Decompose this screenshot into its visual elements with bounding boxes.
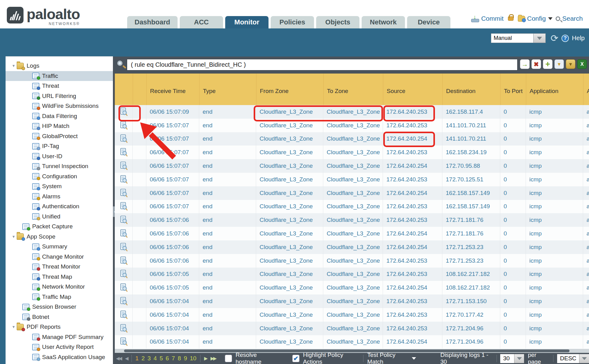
- cell-type[interactable]: end: [199, 268, 256, 281]
- cell-source[interactable]: 172.64.240.254: [383, 281, 442, 294]
- page-number[interactable]: 2: [141, 355, 145, 362]
- cell-to-port[interactable]: 0: [500, 146, 526, 159]
- cell-application[interactable]: icmp: [526, 159, 583, 173]
- cell-from-zone[interactable]: Cloudflare_L3_Zone: [256, 308, 323, 322]
- cell-destination[interactable]: 172.71.253.23: [442, 254, 500, 268]
- cell-to-port[interactable]: 0: [500, 159, 526, 173]
- cell-application[interactable]: icmp: [526, 186, 583, 200]
- cell-to-zone[interactable]: Cloudflare_L3_Zone: [323, 294, 383, 308]
- column-header[interactable]: Application: [526, 74, 583, 105]
- cell-destination[interactable]: 162.158.157.149: [442, 186, 500, 200]
- cell-from-zone[interactable]: Cloudflare_L3_Zone: [256, 159, 323, 173]
- cell-from-zone[interactable]: Cloudflare_L3_Zone: [256, 200, 323, 214]
- cell-destination[interactable]: 172.70.125.51: [442, 173, 500, 186]
- sidebar-item[interactable]: ▼ Alarms: [6, 192, 113, 202]
- sidebar-item[interactable]: ▼ Traffic: [6, 71, 113, 81]
- cell-action[interactable]: a: [583, 119, 589, 132]
- lock-icon[interactable]: [508, 16, 514, 21]
- cell-application[interactable]: icmp: [526, 105, 583, 119]
- cell-receive-time[interactable]: 06/06 15:07:04: [146, 308, 199, 322]
- sidebar-item[interactable]: ▼ Authentication: [6, 201, 113, 212]
- column-header[interactable]: Destination: [442, 74, 500, 105]
- cell-source[interactable]: 172.64.240.253: [383, 146, 442, 159]
- sidebar-item[interactable]: ▼ Threat Map: [6, 272, 113, 282]
- cell-destination[interactable]: 162.158.117.4: [442, 105, 500, 119]
- column-header[interactable]: To Port: [500, 74, 526, 105]
- page-number[interactable]: 4: [153, 355, 157, 362]
- cell-receive-time[interactable]: 06/06 15:07:09: [146, 105, 199, 119]
- cell-from-zone[interactable]: Cloudflare_L3_Zone: [256, 268, 323, 281]
- last-page-button[interactable]: ▶▶: [210, 356, 216, 361]
- cell-source[interactable]: 172.64.240.253: [383, 308, 442, 322]
- cell-to-port[interactable]: 0: [500, 186, 526, 200]
- config-dropdown[interactable]: Config: [518, 15, 553, 22]
- cell-application[interactable]: icmp: [526, 308, 583, 322]
- cell-to-zone[interactable]: Cloudflare_L3_Zone: [323, 213, 383, 227]
- cell-from-zone[interactable]: Cloudflare_L3_Zone: [256, 105, 323, 119]
- refresh-icon[interactable]: ⟳: [551, 34, 558, 43]
- cell-receive-time[interactable]: 06/06 15:07:06: [146, 227, 199, 240]
- sidebar-item[interactable]: ▼ Botnet: [6, 312, 113, 322]
- cell-to-zone[interactable]: Cloudflare_L3_Zone: [323, 173, 383, 186]
- cell-type[interactable]: end: [199, 281, 256, 294]
- cell-receive-time[interactable]: 06/06 15:07:06: [146, 240, 199, 254]
- cell-destination[interactable]: 172.71.181.76: [442, 213, 500, 227]
- column-header[interactable]: From Zone: [256, 74, 323, 105]
- cell-type[interactable]: end: [199, 213, 256, 227]
- log-detail-icon[interactable]: [120, 270, 127, 278]
- log-detail-icon[interactable]: [120, 189, 127, 197]
- cell-type[interactable]: end: [199, 308, 256, 322]
- cell-to-zone[interactable]: Cloudflare_L3_Zone: [323, 132, 383, 146]
- cell-to-port[interactable]: 0: [500, 268, 526, 281]
- cell-source[interactable]: 172.64.240.253: [383, 105, 442, 119]
- log-detail-icon[interactable]: [120, 283, 127, 292]
- cell-type[interactable]: end: [199, 200, 256, 214]
- next-page-button[interactable]: ▶: [204, 356, 207, 361]
- help-icon[interactable]: ?: [561, 35, 569, 42]
- cell-source[interactable]: 172.64.240.254: [383, 186, 442, 200]
- column-header[interactable]: [133, 74, 146, 105]
- main-tab[interactable]: Objects: [316, 16, 359, 28]
- tree-expand-arrow-icon[interactable]: ▼: [12, 64, 17, 68]
- sidebar-item[interactable]: ▼ Threat Monitor: [6, 262, 113, 272]
- cell-to-port[interactable]: 0: [500, 281, 526, 294]
- commit-button[interactable]: ↓ Commit: [471, 15, 503, 22]
- column-header[interactable]: Source: [383, 74, 442, 105]
- cell-action[interactable]: a: [583, 227, 589, 240]
- sidebar-item[interactable]: ▼ Configuration: [6, 171, 113, 182]
- export-csv-button[interactable]: X: [577, 59, 587, 69]
- cell-from-zone[interactable]: Cloudflare_L3_Zone: [256, 119, 323, 132]
- cell-to-port[interactable]: 0: [500, 213, 526, 227]
- log-detail-icon[interactable]: [120, 162, 127, 170]
- cell-source[interactable]: 172.64.240.253: [383, 200, 442, 214]
- cell-destination[interactable]: 172.71.204.96: [442, 335, 500, 349]
- cell-from-zone[interactable]: Cloudflare_L3_Zone: [256, 173, 323, 186]
- cell-receive-time[interactable]: 06/06 15:07:07: [146, 173, 199, 186]
- sort-order-dropdown-button[interactable]: [579, 354, 589, 363]
- page-number[interactable]: 8: [178, 355, 181, 362]
- cell-source[interactable]: 172.64.240.253: [383, 294, 442, 308]
- cell-action[interactable]: a: [583, 105, 589, 119]
- cell-destination[interactable]: 172.71.204.96: [442, 322, 500, 335]
- cell-receive-time[interactable]: 06/06 15:07:04: [146, 294, 199, 308]
- cell-action[interactable]: a: [583, 200, 589, 214]
- sidebar-item[interactable]: ▼ Packet Capture: [6, 222, 113, 232]
- cell-type[interactable]: end: [199, 227, 256, 240]
- cell-type[interactable]: end: [199, 132, 256, 146]
- sidebar-item[interactable]: ▼ URL Filtering: [6, 91, 113, 101]
- log-detail-icon[interactable]: [120, 134, 127, 143]
- cell-destination[interactable]: 108.162.217.182: [442, 281, 500, 294]
- page-number[interactable]: 7: [172, 355, 175, 362]
- filter-builder-button[interactable]: ▼: [554, 59, 564, 69]
- cell-application[interactable]: icmp: [526, 213, 583, 227]
- cell-application[interactable]: icmp: [526, 335, 583, 349]
- cell-receive-time[interactable]: 06/06 15:07:07: [146, 132, 199, 146]
- cell-from-zone[interactable]: Cloudflare_L3_Zone: [256, 322, 323, 335]
- cell-type[interactable]: end: [199, 119, 256, 132]
- sidebar-item[interactable]: ▼ IP-Tag: [6, 141, 113, 151]
- cell-to-zone[interactable]: Cloudflare_L3_Zone: [323, 281, 383, 294]
- cell-from-zone[interactable]: Cloudflare_L3_Zone: [256, 335, 323, 349]
- cell-type[interactable]: end: [199, 159, 256, 173]
- cell-source[interactable]: 172.64.240.253: [383, 268, 442, 281]
- cell-action[interactable]: a: [583, 132, 589, 146]
